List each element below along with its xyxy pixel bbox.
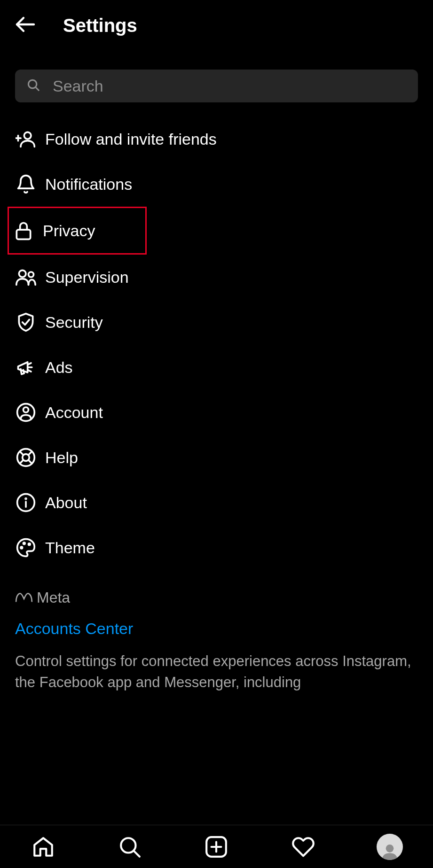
svg-point-10 (24, 407, 29, 412)
back-button[interactable] (14, 13, 37, 38)
menu-item-account[interactable]: Account (15, 390, 418, 435)
help-icon (15, 447, 37, 468)
svg-rect-6 (16, 230, 30, 239)
info-icon (15, 492, 37, 513)
accounts-center-link[interactable]: Accounts Center (15, 620, 418, 638)
menu-item-supervision[interactable]: Supervision (15, 255, 418, 300)
menu-item-ads[interactable]: Ads (15, 345, 418, 390)
user-circle-icon (15, 402, 37, 423)
svg-point-21 (24, 542, 25, 544)
footer-description: Control settings for connected experienc… (15, 651, 418, 693)
menu-label: Notifications (45, 175, 132, 194)
avatar (377, 834, 403, 860)
footer-section: Meta Accounts Center Control settings fo… (0, 570, 433, 693)
bottom-nav (0, 825, 433, 868)
nav-create[interactable] (203, 834, 229, 860)
svg-line-2 (36, 87, 39, 90)
menu-label: Help (45, 449, 78, 467)
svg-point-3 (24, 132, 31, 139)
bell-icon (15, 173, 37, 195)
meta-logo-icon (15, 592, 33, 604)
svg-line-16 (29, 460, 32, 464)
meta-brand: Meta (15, 589, 418, 606)
menu-label: Supervision (45, 268, 129, 287)
settings-menu: Follow and invite friends Notifications … (0, 107, 433, 570)
home-icon (31, 835, 55, 859)
nav-profile[interactable] (377, 834, 403, 860)
svg-point-8 (29, 272, 34, 277)
menu-item-notifications[interactable]: Notifications (15, 162, 418, 207)
search-icon (26, 78, 40, 94)
people-icon (15, 266, 37, 288)
palette-icon (15, 537, 37, 558)
menu-label: Privacy (43, 222, 95, 240)
nav-search[interactable] (117, 834, 143, 860)
menu-item-security[interactable]: Security (15, 300, 418, 345)
menu-label: Security (45, 313, 103, 332)
heart-icon (291, 835, 315, 859)
menu-label: Account (45, 403, 103, 422)
plus-square-icon (205, 835, 228, 859)
megaphone-icon (15, 356, 37, 378)
svg-point-20 (21, 547, 23, 549)
menu-item-follow-invite[interactable]: Follow and invite friends (15, 116, 418, 162)
menu-label: Ads (45, 358, 73, 377)
svg-line-13 (20, 451, 23, 455)
page-title: Settings (63, 15, 137, 36)
svg-point-19 (25, 498, 26, 499)
shield-icon (15, 311, 37, 333)
svg-point-7 (19, 270, 26, 277)
lock-icon (13, 220, 34, 241)
nav-activity[interactable] (290, 834, 316, 860)
svg-line-15 (20, 460, 23, 464)
add-user-icon (15, 128, 37, 150)
svg-point-22 (29, 543, 31, 545)
svg-point-28 (386, 845, 394, 852)
menu-label: About (45, 494, 87, 512)
menu-item-about[interactable]: About (15, 480, 418, 525)
search-input[interactable] (53, 77, 407, 95)
search-icon (118, 835, 142, 859)
menu-label: Theme (45, 539, 95, 557)
header: Settings (0, 0, 433, 51)
arrow-left-icon (14, 13, 37, 36)
meta-brand-text: Meta (37, 589, 70, 606)
nav-home[interactable] (30, 834, 56, 860)
menu-label: Follow and invite friends (45, 130, 217, 148)
svg-point-23 (121, 838, 136, 852)
search-bar[interactable] (15, 70, 418, 102)
menu-item-privacy[interactable]: Privacy (8, 207, 147, 255)
svg-line-14 (29, 451, 32, 455)
menu-item-help[interactable]: Help (15, 435, 418, 480)
user-icon (380, 842, 399, 860)
svg-line-24 (134, 851, 140, 856)
menu-item-theme[interactable]: Theme (15, 525, 418, 570)
